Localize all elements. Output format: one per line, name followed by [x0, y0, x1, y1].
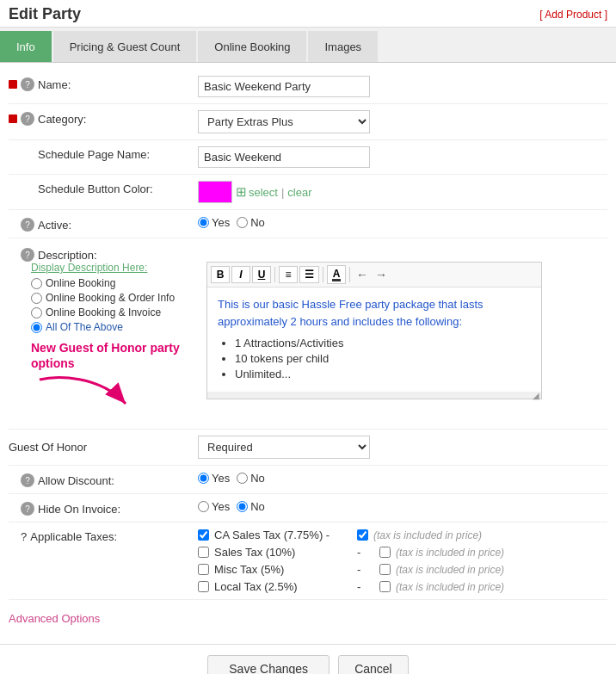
desc-options: Online Booking Online Booking & Order In… — [31, 277, 198, 333]
tab-bar: Info Pricing & Guest Count Online Bookin… — [0, 28, 616, 63]
desc-left: Display Description Here: Online Booking… — [9, 262, 198, 423]
redo-button[interactable]: → — [373, 266, 390, 283]
tax-ca-included-label: (tax is included in price) — [373, 529, 482, 541]
hide-on-invoice-label: Hide On Invoice: — [38, 503, 120, 516]
color-clear-link[interactable]: clear — [287, 186, 311, 199]
ordered-list-button[interactable]: ≡ — [279, 266, 298, 283]
tax-misc-included-label: (tax is included in price) — [396, 564, 504, 576]
tax-misc-included-checkbox[interactable] — [379, 564, 391, 575]
taxes-info-icon[interactable]: ? — [21, 530, 27, 543]
guest-of-honor-row: Guest Of Honor Required Optional None — [9, 430, 607, 466]
tax-local-checkbox[interactable] — [198, 581, 209, 592]
toolbar-sep3 — [349, 267, 350, 282]
font-color-button[interactable]: A — [327, 265, 346, 284]
tax-ca-included-checkbox[interactable] — [357, 529, 368, 541]
allow-discount-value-col: Yes No — [198, 472, 607, 485]
allow-discount-yes-radio[interactable] — [198, 473, 209, 484]
footer-buttons: Save Changes Cancel — [0, 644, 616, 674]
desc-option-all[interactable]: All Of The Above — [31, 321, 198, 333]
name-info-icon[interactable]: ? — [21, 77, 34, 91]
active-info-icon[interactable]: ? — [21, 218, 34, 232]
pipe-separator: | — [281, 186, 284, 199]
schedule-page-name-value-col — [198, 146, 607, 168]
page-title: Edit Party — [9, 5, 81, 23]
underline-button[interactable]: U — [252, 266, 271, 283]
display-label: Display Description Here: — [31, 262, 198, 274]
desc-option-order-info[interactable]: Online Booking & Order Info — [31, 292, 198, 304]
active-label: Active: — [38, 219, 71, 232]
active-yes-label[interactable]: Yes — [198, 216, 230, 229]
allow-discount-label: Allow Discount: — [38, 474, 114, 487]
undo-button[interactable]: ← — [354, 266, 371, 283]
schedule-page-name-label-col: Schedule Page Name: — [9, 146, 198, 161]
tax-sales10-name: Sales Tax (10%) — [214, 546, 352, 559]
tax-sales10-checkbox[interactable] — [198, 547, 209, 558]
callout-arrow — [31, 371, 143, 418]
active-no-label[interactable]: No — [237, 216, 265, 229]
tab-pricing[interactable]: Pricing & Guest Count — [53, 31, 197, 62]
active-no-radio[interactable] — [237, 217, 248, 228]
allow-discount-no-radio[interactable] — [237, 473, 248, 484]
tax-local-included-checkbox[interactable] — [379, 581, 391, 592]
tab-info[interactable]: Info — [0, 31, 52, 62]
description-inner: Display Description Here: Online Booking… — [9, 262, 607, 423]
category-value-col: Party Extras Plus Standard Premium — [198, 110, 607, 133]
tab-images[interactable]: Images — [308, 31, 378, 62]
active-yes-radio[interactable] — [198, 217, 209, 228]
add-product-link[interactable]: Add Product — [539, 9, 607, 21]
hide-on-invoice-value-col: Yes No — [198, 500, 607, 513]
cancel-button[interactable]: Cancel — [338, 655, 409, 674]
description-info-icon[interactable]: ? — [21, 248, 34, 262]
name-input[interactable] — [198, 76, 370, 97]
allow-discount-no-label[interactable]: No — [237, 472, 265, 485]
editor-resize-handle[interactable]: ◢ — [207, 392, 541, 399]
desc-radio-online-booking[interactable] — [31, 278, 42, 289]
color-swatch[interactable] — [198, 181, 232, 203]
arrow-container — [31, 371, 198, 423]
name-label-col: ? Name: — [9, 76, 198, 91]
schedule-button-color-value-col: ⊞ select | clear — [198, 181, 607, 203]
advanced-options-link[interactable]: Advanced Options — [9, 605, 100, 632]
hide-on-invoice-no-label[interactable]: No — [237, 500, 265, 513]
color-select-link[interactable]: select — [249, 186, 278, 199]
desc-option-invoice[interactable]: Online Booking & Invoice — [31, 306, 198, 318]
category-label-col: ? Category: — [9, 110, 198, 126]
hide-on-invoice-info-icon[interactable]: ? — [21, 502, 34, 516]
rich-editor: B I U ≡ ☰ A ← → T — [206, 262, 542, 399]
bold-button[interactable]: B — [211, 266, 230, 283]
name-label: Name: — [38, 78, 71, 91]
editor-content[interactable]: This is our basic Hassle Free party pack… — [207, 288, 541, 392]
active-value-col: Yes No — [198, 216, 607, 229]
allow-discount-info-icon[interactable]: ? — [21, 473, 34, 487]
guest-of-honor-value: Required Optional None — [198, 436, 607, 459]
category-select[interactable]: Party Extras Plus Standard Premium — [198, 110, 370, 133]
desc-radio-all[interactable] — [31, 322, 42, 333]
save-changes-button[interactable]: Save Changes — [207, 655, 330, 674]
category-row: ? Category: Party Extras Plus Standard P… — [9, 104, 607, 140]
schedule-button-color-row: Schedule Button Color: ⊞ select | clear — [9, 175, 607, 210]
italic-button[interactable]: I — [231, 266, 250, 283]
tax-misc-name: Misc Tax (5%) — [214, 563, 352, 576]
guest-of-honor-label: Guest Of Honor — [9, 441, 198, 454]
desc-radio-order-info[interactable] — [31, 293, 42, 304]
desc-radio-invoice[interactable] — [31, 307, 42, 318]
new-guest-callout: New Guest of Honor party options — [31, 340, 198, 371]
taxes-rows: CA Sales Tax (7.75%) - (tax is included … — [198, 529, 504, 593]
hide-on-invoice-no-radio[interactable] — [237, 501, 248, 512]
guest-of-honor-select[interactable]: Required Optional None — [198, 436, 370, 459]
hide-on-invoice-yes-label[interactable]: Yes — [198, 500, 230, 513]
hide-on-invoice-yes-radio[interactable] — [198, 501, 209, 512]
schedule-page-name-input[interactable] — [198, 146, 370, 168]
taxes-label-col: ? Applicable Taxes: — [9, 529, 198, 543]
allow-discount-yes-label[interactable]: Yes — [198, 472, 230, 485]
category-info-icon[interactable]: ? — [21, 112, 34, 126]
tax-sales10-included-checkbox[interactable] — [379, 547, 391, 558]
schedule-page-name-row: Schedule Page Name: — [9, 140, 607, 175]
desc-option-online-booking[interactable]: Online Booking — [31, 277, 198, 289]
allow-discount-radio-group: Yes No — [198, 472, 265, 485]
category-label: Category: — [38, 113, 86, 126]
tax-ca-checkbox[interactable] — [198, 529, 209, 541]
unordered-list-button[interactable]: ☰ — [299, 266, 319, 283]
tax-misc-checkbox[interactable] — [198, 564, 209, 575]
tab-booking[interactable]: Online Booking — [198, 31, 306, 62]
